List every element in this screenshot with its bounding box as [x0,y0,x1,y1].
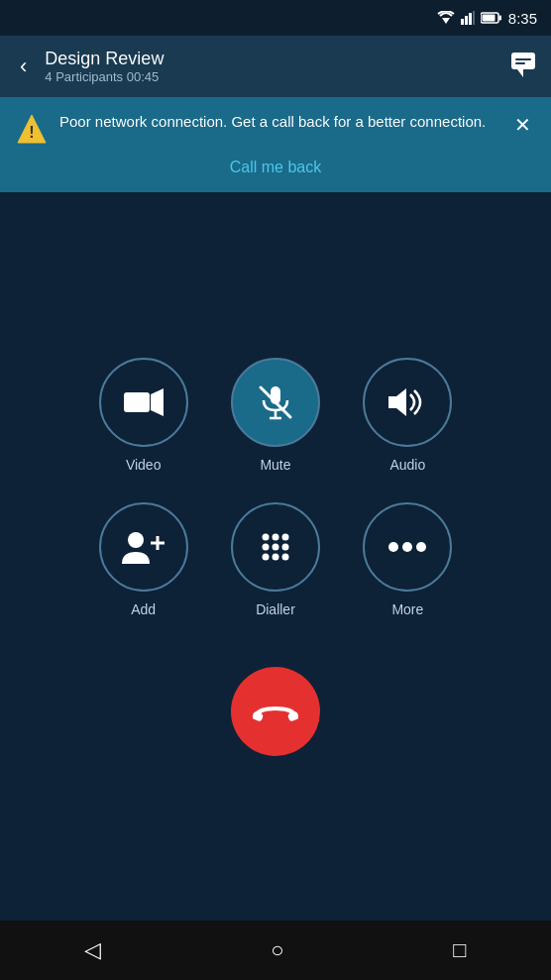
mute-icon [258,384,293,420]
add-label: Add [131,601,156,617]
header-info: Design Review 4 Participants 00:45 [45,49,497,84]
warning-text: Poor network connection. Get a call back… [59,111,498,132]
svg-rect-7 [482,15,495,22]
svg-point-29 [281,543,288,550]
audio-icon [388,386,426,418]
svg-point-28 [272,543,278,550]
more-label: More [391,601,423,617]
battery-icon [481,12,502,24]
dialler-label: Dialler [256,601,295,617]
svg-point-35 [416,542,426,552]
warning-icon: ! [16,113,48,145]
audio-control[interactable]: Audio [352,358,464,473]
add-button[interactable] [99,502,188,592]
svg-rect-2 [465,16,468,25]
svg-point-24 [262,533,269,540]
chat-icon [509,50,537,77]
video-button[interactable] [99,358,188,447]
signal-icon [461,11,475,25]
mute-label: Mute [260,457,290,473]
svg-rect-3 [469,13,472,25]
mute-control[interactable]: Mute [219,358,331,473]
svg-point-34 [402,542,412,552]
status-icons: 8:35 [437,10,537,27]
svg-point-26 [281,533,288,540]
recent-nav-button[interactable]: □ [445,929,474,971]
svg-marker-20 [388,388,406,416]
svg-point-32 [281,553,288,560]
more-control[interactable]: More [352,502,464,617]
back-nav-button[interactable]: ◁ [76,929,109,971]
status-bar: 8:35 [0,0,551,36]
bottom-nav: ◁ ○ □ [0,921,551,980]
svg-rect-4 [473,11,475,25]
add-control[interactable]: Add [87,502,199,617]
controls-grid: Video Mute [87,358,464,617]
svg-point-27 [262,543,269,550]
svg-marker-0 [442,18,450,24]
chat-button[interactable] [509,50,537,83]
video-control[interactable]: Video [87,358,199,473]
audio-label: Audio [389,457,425,473]
svg-point-21 [128,532,144,548]
header: ‹ Design Review 4 Participants 00:45 [0,36,551,97]
dialler-icon [258,529,293,565]
svg-marker-9 [517,69,523,77]
audio-button[interactable] [363,358,452,447]
svg-point-31 [272,553,278,560]
svg-rect-1 [461,19,464,25]
svg-point-30 [262,553,269,560]
warning-banner: ! Poor network connection. Get a call ba… [0,97,551,192]
svg-point-25 [272,533,278,540]
wifi-icon [437,11,455,25]
svg-marker-15 [151,388,164,416]
video-icon [124,388,164,416]
svg-point-33 [388,542,398,552]
more-icon [387,540,427,554]
svg-text:!: ! [29,124,34,141]
end-call-button[interactable] [231,667,320,756]
dialler-control[interactable]: Dialler [219,502,331,617]
mute-button[interactable] [231,358,320,447]
main-content: Video Mute [0,192,551,921]
add-participants-icon [122,530,165,564]
back-button[interactable]: ‹ [14,50,33,83]
svg-rect-11 [515,62,525,64]
svg-rect-10 [515,58,531,60]
call-me-back-button[interactable]: Call me back [16,145,535,192]
more-button[interactable] [363,502,452,592]
video-label: Video [126,457,162,473]
header-title: Design Review [45,49,497,69]
header-subtitle: 4 Participants 00:45 [45,69,497,84]
home-nav-button[interactable]: ○ [263,929,291,971]
end-call-icon [253,699,298,724]
svg-rect-14 [124,392,150,412]
svg-rect-8 [511,53,535,69]
warning-close-button[interactable]: ✕ [510,111,535,139]
dialler-button[interactable] [231,502,320,592]
svg-rect-6 [498,16,501,21]
status-time: 8:35 [508,10,537,27]
